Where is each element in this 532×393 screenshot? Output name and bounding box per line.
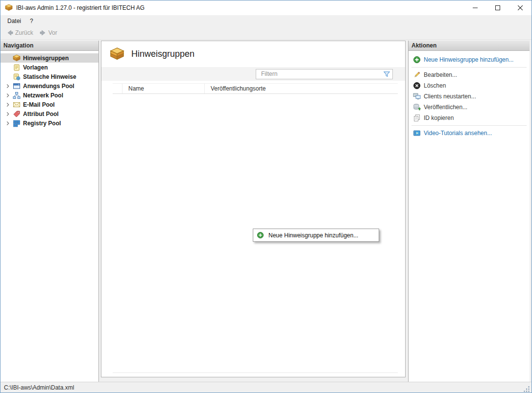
maximize-button[interactable] xyxy=(486,0,509,15)
sidebar-item-vorlagen[interactable]: Vorlagen xyxy=(0,63,98,72)
page-title: Hinweisgruppen xyxy=(131,49,194,59)
chevron-right-icon[interactable] xyxy=(3,101,13,109)
filter-box xyxy=(256,69,393,79)
action-label: Löschen xyxy=(424,82,446,89)
navigation-header: Navigation xyxy=(0,41,98,51)
chevron-right-icon[interactable] xyxy=(3,110,13,118)
action-clients-neustarten[interactable]: Clients neustarten... xyxy=(410,91,529,102)
separator xyxy=(411,67,527,68)
filter-band xyxy=(101,67,405,81)
forward-button[interactable]: Vor xyxy=(36,28,60,38)
action-label: Video-Tutorials ansehen... xyxy=(424,130,492,137)
actions-header: Aktionen xyxy=(409,41,530,51)
back-button[interactable]: Zurück xyxy=(3,28,36,38)
chevron-right-icon[interactable] xyxy=(3,92,13,99)
chevron-right-icon[interactable] xyxy=(3,119,13,127)
menu-item-help[interactable]: ? xyxy=(25,17,38,25)
sidebar-item-label: Netzwerk Pool xyxy=(23,92,63,99)
filter-input[interactable] xyxy=(256,69,393,79)
action-label: Clients neustarten... xyxy=(424,93,476,100)
network-icon xyxy=(13,92,21,99)
sidebar-item-label: Anwendungs Pool xyxy=(23,83,74,90)
sidebar-item-label: Vorlagen xyxy=(23,64,48,71)
window-controls xyxy=(464,0,532,15)
registry-grid-icon xyxy=(13,119,21,127)
chevron-right-icon[interactable] xyxy=(3,82,13,90)
status-file-path: C:\IBI-aws\Admin\Data.xml xyxy=(4,384,74,391)
clients-monitors-icon xyxy=(413,92,421,100)
pencil-icon xyxy=(413,71,421,79)
action-veroeffentlichen[interactable]: Veröffentlichen... xyxy=(410,102,529,113)
forward-label: Vor xyxy=(48,29,57,36)
menu-item-datei[interactable]: Datei xyxy=(3,17,25,25)
main-header: Hinweisgruppen xyxy=(101,41,405,67)
sidebar-item-label: Hinweisgruppen xyxy=(23,55,69,62)
sidebar-item-label: Statische Hinweise xyxy=(23,73,76,80)
column-header-name[interactable]: Name xyxy=(122,84,205,93)
toolbar: Zurück Vor xyxy=(0,26,532,40)
resize-grip-icon[interactable] xyxy=(523,386,530,393)
action-neue-hinweisgruppe-hinzufuegen[interactable]: Neue Hinweisgruppe hinzufügen... xyxy=(410,54,529,65)
sidebar-item-registry-pool[interactable]: Registry Pool xyxy=(0,118,98,128)
sidebar-item-statische-hinweise[interactable]: Statische Hinweise xyxy=(0,72,98,81)
action-label: Veröffentlichen... xyxy=(424,104,467,111)
sidebar-item-netzwerk-pool[interactable]: Netzwerk Pool xyxy=(0,91,98,100)
static-note-globe-icon xyxy=(13,73,21,81)
maximize-icon xyxy=(495,5,500,10)
sidebar-item-attribut-pool[interactable]: Attribut Pool xyxy=(0,109,98,118)
close-button[interactable] xyxy=(509,0,532,15)
sidebar-item-label: Attribut Pool xyxy=(23,111,59,117)
delete-circle-icon xyxy=(413,82,421,90)
sidebar-item-anwendungs-pool[interactable]: Anwendungs Pool xyxy=(0,81,98,91)
action-bearbeiten[interactable]: Bearbeiten... xyxy=(410,69,529,80)
floating-button-label: Neue Hinweisgruppe hinzufügen... xyxy=(268,232,358,239)
action-id-kopieren[interactable]: ID kopieren xyxy=(410,113,529,123)
window-title: IBI-aws Admin 1.27.0 - registriert für I… xyxy=(16,4,145,11)
actions-panel: Aktionen Neue Hinweisgruppe hinzufügen..… xyxy=(408,41,530,382)
layers-icon xyxy=(13,54,21,62)
add-icon xyxy=(257,231,264,239)
back-label: Zurück xyxy=(15,29,33,36)
sidebar-item-email-pool[interactable]: E-Mail Pool xyxy=(0,100,98,109)
sidebar-item-label: E-Mail Pool xyxy=(23,101,55,108)
back-arrow-icon xyxy=(6,29,14,37)
app-icon xyxy=(5,4,13,12)
menu-bar: Datei ? xyxy=(0,15,532,26)
add-icon xyxy=(413,56,421,64)
actions-list: Neue Hinweisgruppe hinzufügen... Bearbei… xyxy=(409,51,530,139)
navigation-panel: Navigation Hinweisgruppen xyxy=(0,41,99,382)
forward-arrow-icon xyxy=(39,29,47,37)
minimize-button[interactable] xyxy=(464,0,486,15)
table-header-row: Name Veröffentlichungsorte xyxy=(113,83,398,94)
title-bar: IBI-aws Admin 1.27.0 - registriert für I… xyxy=(0,0,532,15)
filter-funnel-icon[interactable] xyxy=(383,70,390,78)
minimize-icon xyxy=(473,5,478,10)
application-window-icon xyxy=(13,82,21,90)
action-label: ID kopieren xyxy=(424,115,454,121)
copy-icon xyxy=(413,114,421,122)
close-icon xyxy=(518,5,523,10)
sidebar-item-label: Registry Pool xyxy=(23,120,61,127)
navigation-list: Hinweisgruppen Vorlagen xyxy=(0,51,98,128)
sidebar-item-hinweisgruppen[interactable]: Hinweisgruppen xyxy=(0,53,98,63)
table: Name Veröffentlichungsorte xyxy=(113,83,398,373)
tag-icon xyxy=(13,110,21,118)
action-loeschen[interactable]: Löschen xyxy=(410,80,529,91)
publish-icon xyxy=(413,103,421,111)
column-header-blank[interactable] xyxy=(113,84,122,93)
template-note-icon xyxy=(13,64,21,71)
envelope-icon xyxy=(13,101,21,109)
video-icon xyxy=(413,129,421,137)
action-label: Bearbeiten... xyxy=(424,71,457,78)
status-bar: C:\IBI-aws\Admin\Data.xml xyxy=(0,382,532,393)
separator xyxy=(411,125,527,126)
add-hinweisgruppe-floating-button[interactable]: Neue Hinweisgruppe hinzufügen... xyxy=(253,229,379,242)
action-label: Neue Hinweisgruppe hinzufügen... xyxy=(424,56,513,63)
column-header-veroeffentlichungsorte[interactable]: Veröffentlichungsorte xyxy=(205,84,398,93)
action-video-tutorials-ansehen[interactable]: Video-Tutorials ansehen... xyxy=(410,128,529,139)
main-panel: Hinweisgruppen Name Veröffentlichungsort… xyxy=(101,41,406,377)
hinweisgruppen-layers-icon xyxy=(109,47,125,62)
